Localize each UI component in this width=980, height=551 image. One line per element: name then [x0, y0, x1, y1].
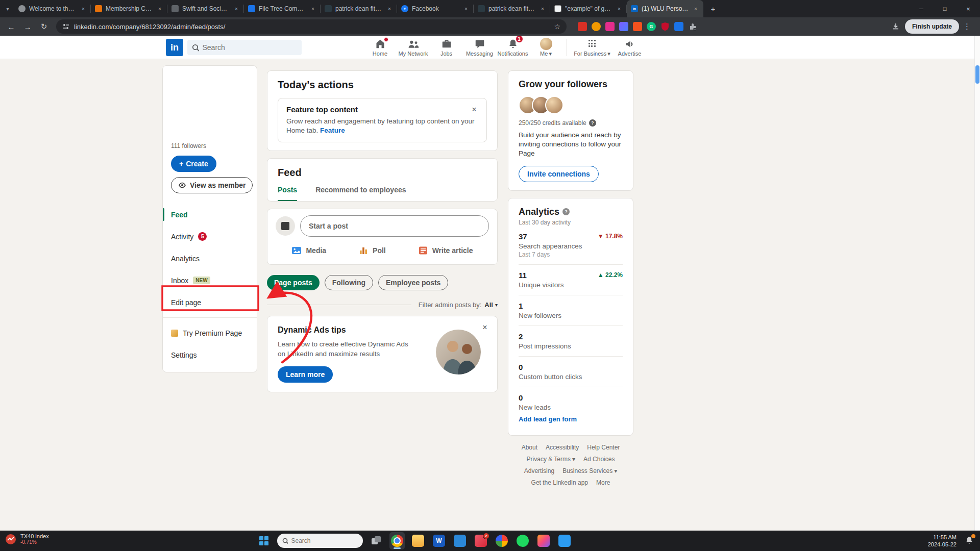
sidebar-item-inbox[interactable]: InboxNEW [163, 269, 257, 291]
site-info-icon[interactable] [62, 23, 69, 30]
sidebar-item-analytics[interactable]: Analytics [163, 247, 257, 269]
taskbar-spotify[interactable] [515, 532, 530, 549]
taskbar-vscode[interactable] [557, 532, 572, 549]
nav-me[interactable]: Me▾ [529, 36, 562, 59]
browser-tab-4[interactable]: File Tree Component× [244, 0, 321, 17]
linkedin-search[interactable] [187, 40, 302, 55]
grammarly-icon[interactable]: G [647, 22, 656, 31]
extensions-puzzle-icon[interactable] [688, 22, 697, 31]
tab-posts[interactable]: Posts [278, 186, 297, 201]
info-icon[interactable]: ? [589, 119, 596, 127]
new-tab-button[interactable]: + [706, 2, 720, 15]
filter-page-posts[interactable]: Page posts [267, 275, 320, 290]
sidebar-item-feed[interactable]: Feed [163, 204, 257, 226]
sidebar-item-settings[interactable]: Settings [163, 344, 257, 366]
nav-advertise[interactable]: Advertise [613, 36, 646, 59]
taskbar-diamond-app[interactable] [536, 532, 551, 549]
task-view-button[interactable] [369, 532, 384, 549]
feature-link[interactable]: Feature [320, 127, 345, 134]
tab-recommend-to-employees[interactable]: Recommend to employees [315, 186, 406, 201]
url-input[interactable] [74, 23, 550, 31]
browser-tab-5[interactable]: patrick dean fitness -× [321, 0, 397, 17]
tab-close-icon[interactable]: × [462, 6, 470, 12]
nav-for-business[interactable]: For Business▾ [571, 36, 613, 59]
footer-link[interactable]: Advertising [524, 467, 554, 474]
extension-orange-icon[interactable] [592, 22, 601, 31]
close-window-button[interactable]: × [957, 0, 980, 17]
add-lead-gen-form-link[interactable]: Add lead gen form [519, 415, 623, 423]
taskbar-widget[interactable]: TX40 index -0.71% [5, 533, 49, 545]
nav-home[interactable]: Home [363, 36, 397, 59]
footer-link[interactable]: Get the LinkedIn app [531, 479, 588, 486]
nav-messaging[interactable]: Messaging [463, 36, 496, 59]
search-input[interactable] [203, 43, 298, 52]
taskbar-clock[interactable]: 11:55 AM 2024-05-22 [928, 534, 957, 548]
finish-update-button[interactable]: Finish update [905, 19, 959, 34]
tab-close-icon[interactable]: × [233, 6, 240, 12]
tab-close-icon[interactable]: × [156, 6, 163, 12]
extension-pink-icon[interactable] [605, 22, 615, 31]
poll-button[interactable]: Poll [354, 241, 390, 260]
tab-close-icon[interactable]: × [692, 6, 699, 12]
footer-link[interactable]: Ad Choices [583, 456, 615, 463]
browser-menu-icon[interactable]: ⋮ [963, 22, 971, 31]
tab-close-icon[interactable]: × [539, 6, 546, 12]
tab-close-icon[interactable]: × [616, 6, 623, 12]
sidebar-item-premium[interactable]: Try Premium Page [163, 322, 257, 344]
taskbar-chrome[interactable] [389, 532, 405, 549]
filter-employee-posts[interactable]: Employee posts [378, 275, 448, 290]
reload-button[interactable]: ↻ [37, 19, 51, 34]
browser-tab-2[interactable]: Membership Cancell× [91, 0, 167, 17]
filter-following[interactable]: Following [325, 275, 373, 290]
address-bar[interactable]: ☆ [56, 19, 567, 34]
bookmark-star-icon[interactable]: ☆ [554, 22, 560, 31]
write-article-button[interactable]: Write article [414, 241, 477, 260]
tab-close-icon[interactable]: × [309, 6, 316, 12]
invite-connections-button[interactable]: Invite connections [519, 166, 599, 182]
footer-link[interactable]: Business Services▾ [562, 467, 617, 474]
nav-my-network[interactable]: My Network [397, 36, 430, 59]
extension-orange2-icon[interactable] [633, 22, 642, 31]
maximize-button[interactable]: □ [933, 0, 957, 17]
taskbar-search[interactable] [277, 534, 363, 548]
browser-tab-6[interactable]: fFacebook× [397, 0, 474, 17]
sidebar-item-activity[interactable]: Activity5 [163, 226, 257, 247]
browser-tab-active[interactable]: in(1) WLU Personal Fina× [627, 0, 703, 17]
minimize-button[interactable]: ─ [910, 0, 933, 17]
start-button[interactable] [256, 532, 272, 549]
tab-close-icon[interactable]: × [80, 6, 87, 12]
footer-link[interactable]: Privacy & Terms▾ [527, 456, 576, 463]
extension-blue-icon[interactable] [674, 22, 683, 31]
browser-tab-1[interactable]: Welcome to the Swif× [14, 0, 91, 17]
adblock-shield-icon[interactable] [660, 22, 670, 31]
linkedin-logo[interactable]: in [166, 39, 183, 56]
extension-red-icon[interactable] [578, 22, 587, 31]
browser-tab-7[interactable]: patrick dean fitness -× [474, 0, 550, 17]
nav-notifications[interactable]: 1 Notifications [496, 36, 529, 59]
back-button[interactable]: ← [4, 19, 18, 34]
footer-link[interactable]: About [522, 444, 537, 451]
help-icon[interactable]: ? [562, 208, 570, 215]
page-scrollbar[interactable] [974, 36, 980, 531]
tab-close-icon[interactable]: × [386, 6, 393, 12]
sidebar-item-edit-page[interactable]: Edit page [163, 291, 257, 313]
create-button[interactable]: +Create [171, 156, 216, 172]
taskbar-search-input[interactable] [291, 537, 358, 544]
extension-violet-icon[interactable] [619, 22, 628, 31]
admin-filter-dropdown[interactable]: All [484, 301, 493, 309]
taskbar-word[interactable]: W [431, 532, 447, 549]
nav-jobs[interactable]: Jobs [430, 36, 463, 59]
taskbar-file-explorer[interactable] [410, 532, 426, 549]
notification-bell-icon[interactable] [965, 536, 974, 545]
view-as-member-button[interactable]: View as member [171, 177, 253, 193]
scrollbar-thumb[interactable] [975, 65, 979, 84]
footer-link[interactable]: Help Center [587, 444, 620, 451]
browser-tab-3[interactable]: Swift and Social Medi× [167, 0, 244, 17]
browser-tab-8[interactable]: "example" of google× [550, 0, 627, 17]
dismiss-action-icon[interactable]: × [468, 104, 480, 116]
footer-link[interactable]: More [596, 479, 610, 486]
dismiss-ads-icon[interactable]: × [479, 321, 491, 334]
forward-button[interactable]: → [20, 19, 35, 34]
tab-search-icon[interactable]: ▾ [1, 0, 14, 17]
taskbar-red-app[interactable]: 2 [473, 532, 488, 549]
